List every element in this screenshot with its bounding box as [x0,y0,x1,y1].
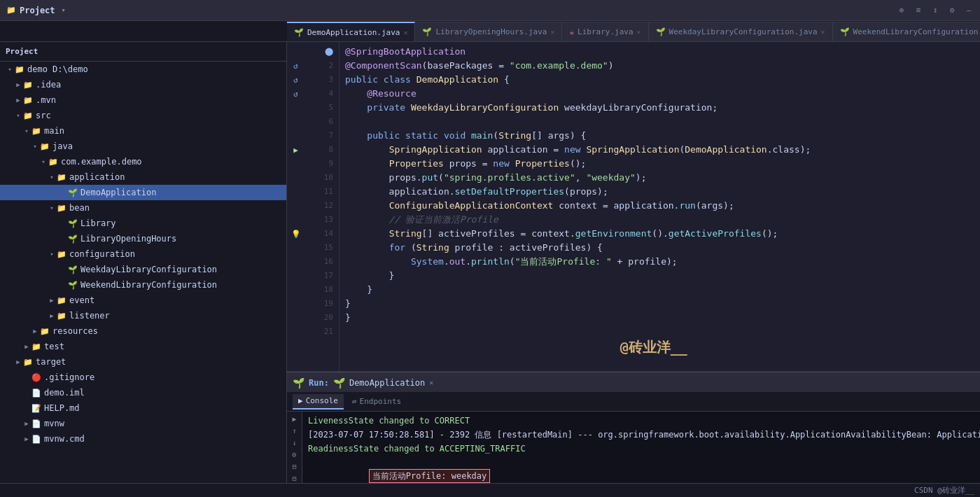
play-icon[interactable]: ▶ [288,414,301,424]
editor-area: @砖业洋__ ↺ ↺ ↺ ▶ 💡 ⬤ 2 [287,42,980,483]
add-icon[interactable]: ⊕ [896,5,907,16]
tree-demo-application[interactable]: 🌱 DemoApplication [0,185,286,200]
console-tab-endpoints[interactable]: ⇌ Endpoints [346,394,407,410]
tab-demo-application[interactable]: 🌱 DemoApplication.java ✕ [287,22,415,41]
tree-listener[interactable]: ▶ 📁 listener [0,308,286,323]
console-tab-console[interactable]: ▶ Console [293,394,344,410]
settings2-icon[interactable]: ⚙ [288,450,301,459]
folder-icon: 📁 [56,202,67,214]
tree-event[interactable]: ▶ 📁 event [0,293,286,308]
tree-application-folder[interactable]: ▾ 📁 application [0,169,286,185]
sort-icon[interactable]: ↕ [930,5,941,16]
tree-item-label: configuration [69,249,135,259]
code-line: String[] activeProfiles = context.getEnv… [340,227,980,241]
code-line: } [340,297,980,311]
endpoints-icon: ⇌ [352,397,357,406]
tree-item-label: main [44,126,64,136]
scroll-down-icon[interactable]: ↓ [288,438,301,447]
run-icon[interactable]: ▶ [287,143,304,157]
tree-root[interactable]: ▾ 📁 demo D:\demo [0,62,286,77]
tab-weekend-config[interactable]: 🌱 WeekendLibraryConfiguration.java ✕ [833,22,980,41]
tree-java[interactable]: ▾ 📁 java [0,139,286,154]
code-line: } [340,269,980,283]
tab-library-opening-hours[interactable]: 🌱 LibraryOpeningHours.java ✕ [415,22,562,41]
tree-mvnw[interactable]: ▶ 📄 mvnw [0,416,286,431]
tab-weekday-config[interactable]: 🌱 WeekdayLibraryConfiguration.java ✕ [649,22,833,41]
line-num: ⬤ [325,45,333,59]
tree-weekday-config[interactable]: 🌱 WeekdayLibraryConfiguration [0,262,286,277]
console-side-icons: ▶ ↑ ↓ ⚙ ⊟ ⊟ [287,412,302,483]
tree-bean-folder[interactable]: ▾ 📁 bean [0,200,286,216]
empty-slot3 [287,129,304,143]
settings-icon[interactable]: ⚙ [946,5,958,16]
toolbar-left: 📁 Project ▾ [6,5,69,16]
git-icon: 🔴 [31,372,42,383]
tab-close-icon[interactable]: ✕ [821,28,825,36]
tree-com-example[interactable]: ▾ 📁 com.example.demo [0,154,286,169]
folder-icon: 📁 [22,110,34,121]
tree-demo-iml[interactable]: 📄 demo.iml [0,385,286,400]
empty-slot2 [287,115,304,129]
editor-code[interactable]: @SpringBootApplication @ComponentScan(ba… [340,42,980,371]
console-output: LivenessState changed to CORRECT [2023-0… [302,412,980,483]
arrow-icon: ▾ [6,66,14,73]
tree-item-label: java [52,141,73,151]
line-num: 11 [324,185,333,199]
list-icon[interactable]: ≡ [913,5,924,16]
code-line: public static void main(String[] args) { [340,129,980,143]
tab-label: WeekendLibraryConfiguration.java [853,27,980,36]
line-num: 3 [328,73,333,87]
clear-icon[interactable]: ⊟ [288,474,301,483]
tree-help-md[interactable]: 📝 HELP.md [0,400,286,416]
tree-weekend-config[interactable]: 🌱 WeekendLibraryConfiguration [0,277,286,293]
tab-library[interactable]: ☕ Library.java ✕ [562,22,648,41]
reload-icon[interactable]: ↺ [287,59,304,73]
arrow-icon: ▾ [48,204,56,211]
lightbulb-icon[interactable]: 💡 [287,227,304,241]
console-tabs: ▶ Console ⇌ Endpoints [287,392,980,412]
tree-target[interactable]: ▶ 📁 target [0,354,286,370]
tree-item-label: mvnw.cmd [44,434,85,444]
reload3-icon[interactable]: ↺ [287,87,304,101]
scroll-up-icon[interactable]: ↑ [288,426,301,435]
tab-close-icon[interactable]: ✕ [550,28,554,36]
tree-src[interactable]: ▾ 📁 src [0,108,286,123]
code-line: } [340,283,980,297]
arrow-icon: ▾ [48,174,56,181]
run-bar: 🌱 Run: 🌱 DemoApplication ✕ [287,372,980,392]
dropdown-arrow-icon[interactable]: ▾ [58,5,69,16]
code-line: System.out.println("当前活动Profile: " + pro… [340,255,980,269]
collapse-icon[interactable]: — [963,5,974,16]
tree-library-opening-hours[interactable]: 🌱 LibraryOpeningHours [0,231,286,246]
console-tab-label: Console [306,396,338,405]
tree-configuration-folder[interactable]: ▾ 📁 configuration [0,246,286,262]
line-num: 8 [328,143,333,157]
tree-idea[interactable]: ▶ 📁 .idea [0,77,286,92]
filter-icon[interactable]: ⊟ [288,462,301,471]
tree-test[interactable]: ▶ 📁 test [0,339,286,354]
arrow-icon: ▾ [22,127,31,134]
tree-mvn[interactable]: ▶ 📁 .mvn [0,92,286,108]
tab-close-icon[interactable]: ✕ [637,28,641,36]
code-line: // 验证当前激活Profile [340,213,980,227]
arrow-icon: ▶ [48,312,56,319]
run-close-icon[interactable]: ✕ [429,379,433,386]
toolbar-right-icons: ⊕ ≡ ↕ ⚙ — [896,5,974,16]
tree-mvnw-cmd[interactable]: ▶ 📄 mvnw.cmd [0,431,286,447]
line-num: 4 [328,87,333,101]
folder-icon: 📁 [56,310,67,321]
reload2-icon[interactable]: ↺ [287,73,304,87]
code-line: @SpringBootApplication [340,45,980,59]
tree-library[interactable]: 🌱 Library [0,216,286,231]
spring-icon: 🌱 [67,279,78,290]
tree-main[interactable]: ▾ 📁 main [0,123,286,139]
line-num: 9 [328,157,333,171]
tree-item-label: resources [52,326,98,336]
tree-item-label: mvnw [44,419,64,428]
tab-close-icon[interactable]: ✕ [403,29,407,36]
tree-resources[interactable]: ▶ 📁 resources [0,323,286,339]
tree-item-label: .idea [36,80,61,90]
tab-label: WeekdayLibraryConfiguration.java [669,27,818,36]
tree-gitignore[interactable]: 🔴 .gitignore [0,370,286,385]
file-icon: 📄 [31,433,42,444]
